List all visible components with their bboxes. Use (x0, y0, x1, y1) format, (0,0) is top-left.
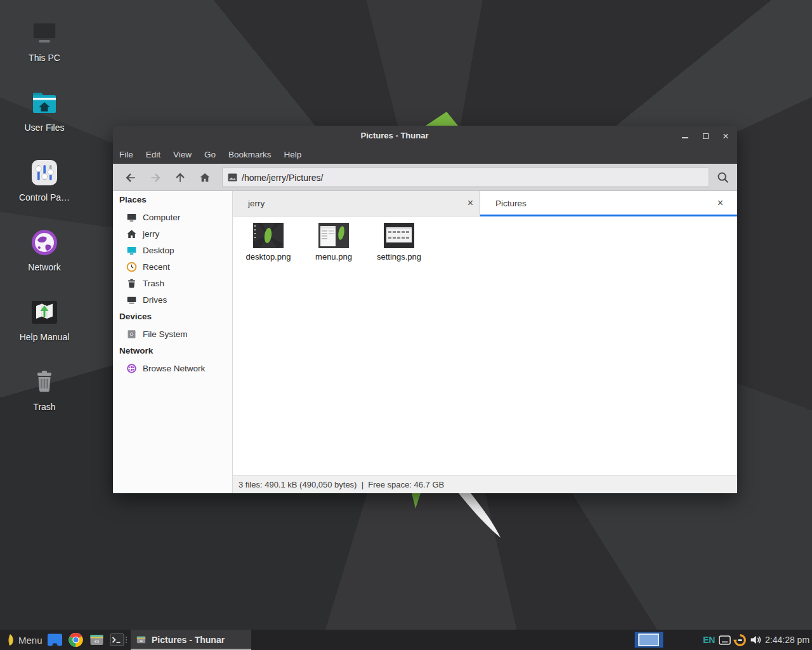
filesystem-icon (126, 329, 137, 340)
keyboard-layout-indicator[interactable]: EN (703, 630, 715, 650)
sidebar-item-browse-network[interactable]: Browse Network (113, 360, 232, 376)
desktop-icon-trash[interactable]: Trash (0, 367, 89, 412)
launcher-show-desktop[interactable] (47, 630, 63, 650)
sidebar-header-network: Network (113, 342, 232, 360)
desktop-icon-network[interactable]: Network (0, 227, 89, 272)
sidebar-item-drives[interactable]: Drives (113, 291, 232, 308)
menu-button[interactable] (4, 630, 15, 650)
tray-updates[interactable] (733, 630, 747, 650)
file-name: menu.png (303, 252, 364, 262)
computer-icon (126, 212, 137, 223)
home-icon (126, 229, 137, 239)
file-desktop-png[interactable]: desktop.png (238, 223, 299, 262)
file-view[interactable]: desktop.png menu.png (233, 216, 737, 475)
tray-keyboard[interactable] (719, 630, 731, 650)
up-button[interactable] (167, 167, 192, 188)
sidebar-item-file-system[interactable]: File System (113, 326, 232, 342)
sidebar-item-label: Drives (143, 295, 167, 305)
speaker-icon (749, 634, 762, 646)
home-button[interactable] (192, 167, 217, 188)
network-globe-icon (29, 227, 60, 258)
desktop-icon-user-files[interactable]: User Files (0, 88, 89, 133)
maximize-button[interactable] (695, 126, 716, 146)
file-menu-png[interactable]: menu.png (303, 223, 364, 262)
terminal-icon (109, 632, 125, 647)
menu-bookmarks[interactable]: Bookmarks (222, 146, 278, 164)
close-button[interactable]: × (716, 126, 736, 146)
task-label: Pictures - Thunar (152, 635, 225, 645)
search-button[interactable] (710, 167, 735, 188)
desktop-icon-label: Control Pa… (0, 192, 89, 202)
sidebar-item-label: Recent (143, 262, 170, 272)
menu-help[interactable]: Help (278, 146, 308, 164)
desktop-icon-label: Network (0, 262, 89, 272)
sidebar: Places Computer jerry Desktop (113, 191, 233, 493)
menu-label: Menu (18, 635, 43, 646)
browse-network-icon (126, 363, 137, 374)
show-desktop-icon (47, 632, 63, 647)
thunar-window: Pictures - Thunar × File Edit View Go Bo… (113, 126, 737, 493)
menu-png-thumbnail (318, 223, 349, 248)
thunar-window-icon (136, 635, 147, 645)
clock-label: 2:44:28 pm (765, 635, 809, 645)
window-titlebar[interactable]: Pictures - Thunar × (113, 126, 737, 146)
folder-home-icon (29, 88, 60, 118)
sidebar-item-desktop[interactable]: Desktop (113, 242, 232, 258)
menu-view[interactable]: View (167, 146, 198, 164)
workspace-pager[interactable] (634, 630, 664, 650)
tab-close-icon[interactable]: × (717, 191, 723, 215)
tab-label: Pictures (495, 191, 527, 216)
help-manual-icon (29, 297, 60, 328)
search-icon (716, 171, 730, 184)
sidebar-item-recent[interactable]: Recent (113, 258, 232, 275)
sidebar-item-label: Desktop (143, 246, 174, 255)
linux-lite-logo-icon (4, 633, 15, 647)
menu-file[interactable]: File (113, 146, 140, 164)
desktop-icon-label: Trash (0, 402, 89, 412)
desktop-icon-help-manual[interactable]: Help Manual (0, 297, 89, 342)
panel-grip[interactable] (126, 630, 127, 650)
status-bar: 3 files: 490.1 kB (490,050 bytes) | Free… (233, 475, 737, 493)
workspace-pager-icon (634, 632, 664, 648)
back-button[interactable] (118, 167, 143, 188)
menu-go[interactable]: Go (198, 146, 222, 164)
back-arrow-icon (124, 171, 137, 184)
desktop-icon (126, 245, 137, 256)
tab-jerry[interactable]: jerry × (233, 191, 480, 216)
clock: 2:44:28 pm (765, 630, 809, 650)
launcher-file-manager[interactable] (89, 630, 105, 650)
trash-icon (29, 367, 60, 397)
taskbar-window-button[interactable]: Pictures - Thunar (131, 630, 251, 650)
sidebar-header-places: Places (113, 191, 232, 209)
taskbar: Menu (0, 630, 812, 650)
computer-icon (29, 18, 60, 48)
desktop-icon-label: User Files (0, 123, 89, 133)
toolbar: /home/jerry/Pictures/ (113, 164, 737, 191)
path-bar[interactable]: /home/jerry/Pictures/ (222, 168, 709, 187)
minimize-button[interactable] (675, 126, 695, 146)
tray-volume[interactable] (749, 630, 762, 650)
file-name: settings.png (369, 252, 429, 262)
desktop-png-thumbnail (253, 223, 284, 248)
menu-edit[interactable]: Edit (140, 146, 167, 164)
sidebar-item-trash[interactable]: Trash (113, 275, 232, 291)
forward-arrow-icon (149, 171, 162, 184)
trash-icon (126, 278, 137, 289)
sidebar-item-jerry[interactable]: jerry (113, 225, 232, 242)
tab-close-icon[interactable]: × (468, 191, 473, 215)
settings-png-thumbnail (384, 223, 414, 248)
desktop-icon-label: This PC (0, 53, 89, 63)
launcher-terminal[interactable] (109, 630, 125, 650)
desktop-icon-label: Help Manual (0, 332, 89, 342)
launcher-chrome[interactable] (68, 630, 84, 650)
file-settings-png[interactable]: settings.png (369, 223, 429, 262)
tab-pictures[interactable]: Pictures × (480, 191, 737, 216)
desktop-icon-this-pc[interactable]: This PC (0, 18, 89, 63)
desktop-icon-control-panel[interactable]: Control Pa… (0, 157, 89, 202)
menubar: File Edit View Go Bookmarks Help (113, 146, 737, 164)
window-title: Pictures - Thunar (113, 126, 676, 146)
sidebar-item-computer[interactable]: Computer (113, 209, 232, 225)
forward-button[interactable] (143, 167, 167, 188)
update-icon (733, 633, 747, 647)
menu-button-label[interactable]: Menu (18, 630, 43, 650)
